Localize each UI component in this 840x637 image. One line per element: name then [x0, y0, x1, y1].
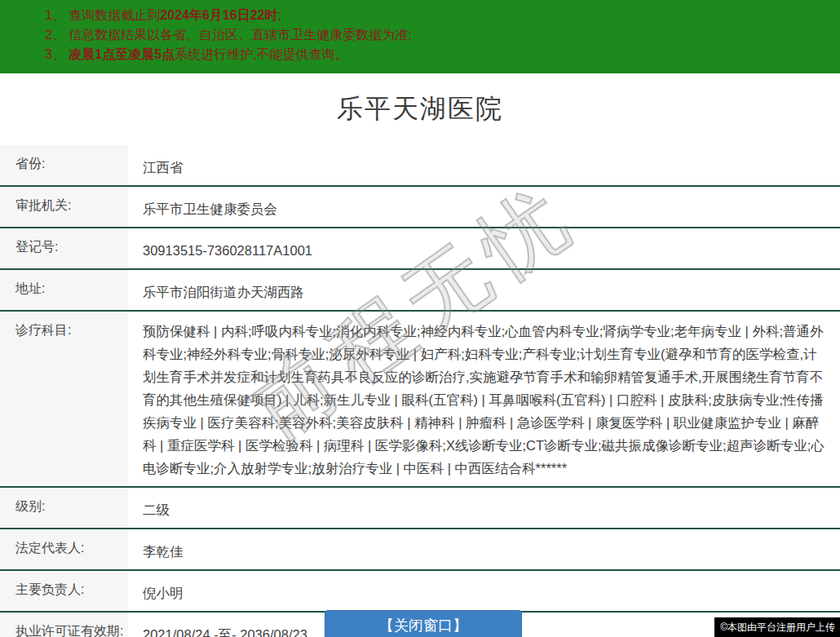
row-label: 法定代表人: — [0, 529, 128, 569]
table-row: 级别:二级 — [0, 488, 840, 529]
table-row: 诊疗科目:预防保健科 | 内科;呼吸内科专业;消化内科专业;神经内科专业;心血管… — [0, 312, 840, 488]
row-label: 省份: — [0, 145, 128, 185]
table-row: 地址:乐平市洎阳街道办天湖西路 — [0, 270, 840, 312]
row-label: 审批机关: — [0, 187, 128, 227]
row-value: 二级 — [128, 488, 840, 528]
title-zone: 乐平天湖医院 — [0, 73, 840, 145]
row-label: 诊疗科目: — [0, 312, 128, 486]
row-value: 预防保健科 | 内科;呼吸内科专业;消化内科专业;神经内科专业;心血管内科专业;… — [128, 312, 840, 486]
row-label: 执业许可证有效期: — [0, 613, 128, 637]
row-value: 30913515-736028117A1001 — [128, 228, 840, 268]
info-table: 省份:江西省审批机关:乐平市卫生健康委员会登记号:30913515-736028… — [0, 145, 840, 637]
row-value: 乐平市卫生健康委员会 — [128, 187, 840, 227]
row-label: 地址: — [0, 270, 128, 310]
row-label: 级别: — [0, 488, 128, 528]
page-title: 乐平天湖医院 — [337, 91, 503, 127]
row-value: 乐平市洎阳街道办天湖西路 — [128, 270, 840, 310]
table-row: 登记号:30913515-736028117A1001 — [0, 228, 840, 270]
table-row: 法定代表人:李乾佳 — [0, 529, 840, 571]
upload-badge: ©本图由平台注册用户上传 — [714, 617, 840, 637]
notice-line: 1、 查询数据截止到2024年6月16日22时; — [45, 6, 824, 25]
table-row: 省份:江西省 — [0, 145, 840, 187]
row-value: 江西省 — [128, 145, 840, 185]
notice-bar: 1、 查询数据截止到2024年6月16日22时;2、 信息数据结果以各省、自治区… — [0, 0, 840, 73]
close-window-button[interactable]: 【关闭窗口】 — [325, 610, 522, 637]
row-label: 主要负责人: — [0, 571, 128, 611]
row-label: 登记号: — [0, 228, 128, 268]
row-value: 李乾佳 — [128, 529, 840, 569]
notice-line: 2、 信息数据结果以各省、自治区、直辖市卫生健康委数据为准; — [45, 25, 824, 45]
notice-line: 3、 凌晨1点至凌晨5点系统进行维护,不能提供查询。 — [45, 45, 824, 64]
table-row: 主要负责人:倪小明 — [0, 571, 840, 613]
table-row: 审批机关:乐平市卫生健康委员会 — [0, 187, 840, 228]
notice-list: 1、 查询数据截止到2024年6月16日22时;2、 信息数据结果以各省、自治区… — [45, 6, 824, 64]
row-value: 倪小明 — [128, 571, 840, 611]
